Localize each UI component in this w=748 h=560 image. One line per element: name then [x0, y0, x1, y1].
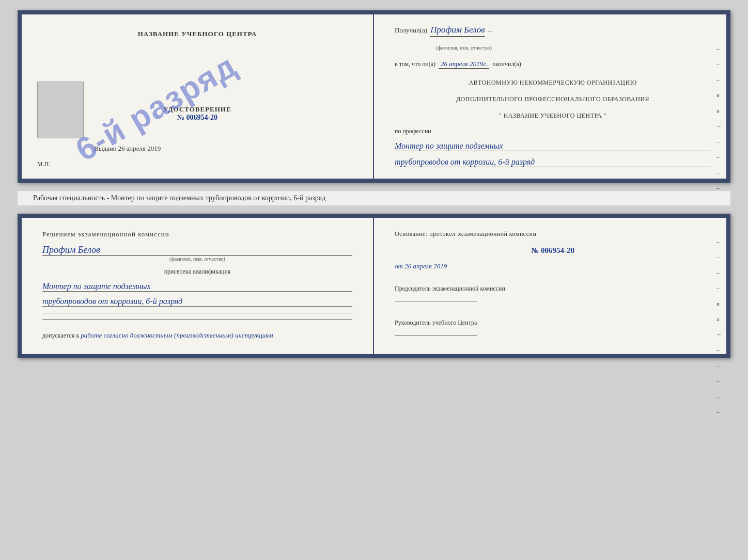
top-certificate: НАЗВАНИЕ УЧЕБНОГО ЦЕНТРА 6-й разряд УДОС…	[18, 10, 730, 183]
recv-hint: (фамилия, имя, отчество)	[436, 45, 711, 51]
osnov-text: Основание: протокол экзаменационной коми…	[395, 230, 711, 238]
mp-block: М.П.	[37, 161, 50, 168]
vtom-suffix: окончил(а)	[492, 60, 521, 68]
profession-line2: трубопроводов от коррозии, 6-й разряд	[395, 157, 711, 167]
top-cert-left: НАЗВАНИЕ УЧЕБНОГО ЦЕНТРА 6-й разряд УДОС…	[22, 14, 374, 179]
org-line3: " НАЗВАНИЕ УЧЕБНОГО ЦЕНТРА "	[395, 111, 711, 120]
stamp-overlay: 6-й разряд	[57, 9, 255, 206]
org-line2: ДОПОЛНИТЕЛЬНОГО ПРОФЕССИОНАЛЬНОГО ОБРАЗО…	[395, 94, 711, 104]
dopusk-prefix: допускается к	[42, 332, 79, 339]
profession-line1: Монтер по защите подземных	[395, 141, 711, 151]
protocol-date: от 26 апреля 2019	[395, 262, 711, 270]
head-signature-line	[395, 335, 477, 335]
divider2	[42, 319, 352, 320]
person-name-hint: (фамилия, имя, отчество)	[42, 256, 352, 262]
person-name: Профим Белов	[42, 245, 352, 256]
bot-profession-line2: трубопроводов от коррозии, 6-й разряд	[42, 297, 352, 307]
chairman-block: Председатель экзаменационной комиссии	[395, 285, 711, 310]
dopuskaetsya-block: допускается к работе согласно должностны…	[42, 331, 352, 340]
bottom-cert-left: Решением экзаменационной комиссии Профим…	[22, 218, 374, 354]
protocol-number: № 006954-20	[395, 246, 711, 255]
recv-name: Профим Белов	[430, 25, 485, 37]
divider1	[42, 313, 352, 313]
chairman-signature-line	[395, 301, 477, 301]
stamp-text: 6-й разряд	[69, 47, 243, 168]
vtom-prefix: в том, что он(а)	[395, 60, 435, 68]
bottom-cert-right: Основание: протокол экзаменационной коми…	[374, 218, 726, 354]
sidebar-marks-bottom: – – – – и а ← – – – – –	[716, 238, 722, 415]
decision-title: Решением экзаменационной комиссии	[42, 230, 352, 238]
protocol-date-value: 26 апреля 2019	[404, 262, 447, 270]
profession-label: по профессии	[395, 127, 711, 135]
vtom-date: 26 апреля 2019г.	[439, 60, 489, 69]
protocol-date-prefix: от	[395, 262, 403, 270]
bot-profession-line1: Монтер по защите подземных	[42, 282, 352, 292]
recv-prefix: Получил(а)	[395, 26, 427, 35]
prisvoena-text: присвоена квалификация	[42, 268, 352, 276]
chairman-title: Председатель экзаменационной комиссии	[395, 285, 711, 293]
vtom-line: в том, что он(а) 26 апреля 2019г. окончи…	[395, 60, 711, 69]
top-cert-right: Получил(а) Профим Белов – (фамилия, имя,…	[374, 14, 726, 179]
sidebar-marks: – – – и а ← – – – –	[716, 45, 722, 191]
head-title: Руководитель учебного Центра	[395, 319, 711, 327]
org-line1: АВТОНОМНУЮ НЕКОММЕРЧЕСКУЮ ОРГАНИЗАЦИЮ	[395, 78, 711, 87]
head-block: Руководитель учебного Центра	[395, 319, 711, 344]
dopusk-handwrite: работе согласно должностным (производств…	[81, 331, 273, 339]
recv-line: Получил(а) Профим Белов –	[395, 25, 711, 37]
bottom-certificate: Решением экзаменационной комиссии Профим…	[18, 214, 730, 358]
person-name-block: Профим Белов (фамилия, имя, отчество)	[42, 245, 352, 262]
